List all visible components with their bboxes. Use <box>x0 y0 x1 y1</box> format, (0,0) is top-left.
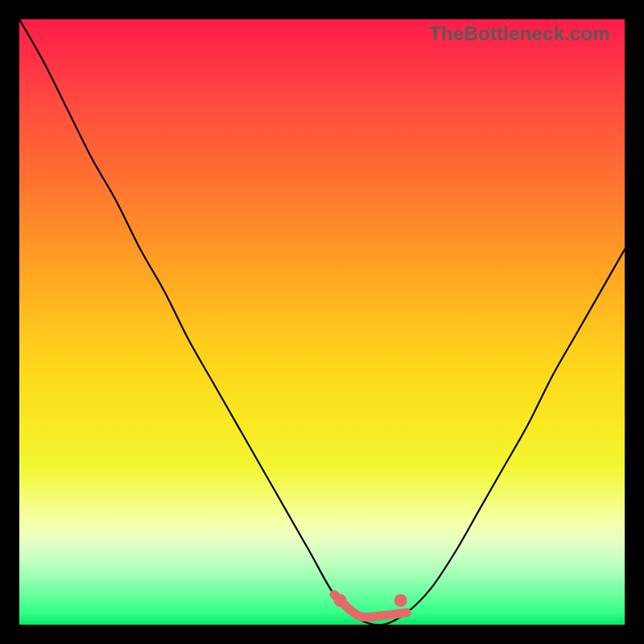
curve-layer <box>19 19 625 625</box>
plot-area: TheBottleneck.com <box>19 19 625 625</box>
trough-dot-left <box>334 594 347 607</box>
trough-dot-right <box>394 594 407 607</box>
bottleneck-curve <box>19 19 625 625</box>
chart-stage: TheBottleneck.com <box>0 0 644 644</box>
watermark-label: TheBottleneck.com <box>429 23 610 45</box>
